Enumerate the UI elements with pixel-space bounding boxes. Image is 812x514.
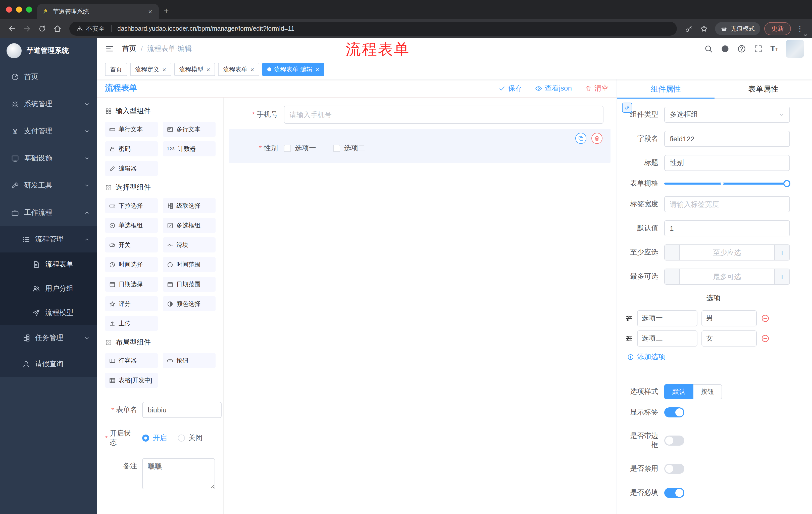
save-button[interactable]: 保存 <box>499 84 522 93</box>
tab-form-props[interactable]: 表单属性 <box>715 79 812 98</box>
clear-button[interactable]: 清空 <box>585 84 609 93</box>
palette-item-editor[interactable]: 编辑器 <box>105 161 158 176</box>
option-style-button-button[interactable]: 按钮 <box>693 384 722 399</box>
delete-field-button[interactable] <box>591 133 603 144</box>
sidebar-item-infrastructure[interactable]: 基础设施 <box>0 145 97 172</box>
component-type-select[interactable]: 多选框组 <box>664 107 790 123</box>
palette-item-password[interactable]: 密码 <box>105 141 158 156</box>
help-icon[interactable] <box>737 44 746 53</box>
github-icon[interactable] <box>721 44 730 53</box>
slider-handle[interactable] <box>783 180 790 187</box>
gender-option2-checkbox[interactable]: 选项二 <box>333 144 365 153</box>
field-link-icon[interactable] <box>622 103 632 113</box>
palette-item-row-container[interactable]: 行容器 <box>105 353 158 368</box>
forward-button[interactable] <box>20 22 34 36</box>
reload-button[interactable] <box>35 22 49 36</box>
window-zoom-button[interactable] <box>26 6 32 12</box>
tab-component-props[interactable]: 组件属性 <box>617 79 715 98</box>
max-select-input[interactable] <box>680 269 774 284</box>
sidebar-item-leave-query[interactable]: 请假查询 <box>0 351 97 377</box>
remove-option-icon[interactable] <box>761 334 770 343</box>
window-close-button[interactable] <box>6 6 12 12</box>
palette-item-time-picker[interactable]: 时间选择 <box>105 257 158 272</box>
option-style-default-button[interactable]: 默认 <box>664 384 693 399</box>
palette-item-single-text[interactable]: 单行文本 <box>105 122 158 137</box>
decrease-button[interactable]: − <box>665 269 680 284</box>
window-minimize-button[interactable] <box>16 6 22 12</box>
tag-close-icon[interactable]: × <box>162 66 166 73</box>
tag-process-definition[interactable]: 流程定义 × <box>130 63 171 76</box>
view-json-button[interactable]: 查看json <box>535 84 572 93</box>
palette-item-cascader[interactable]: 级联选择 <box>163 198 215 213</box>
sidebar-item-dev-tools[interactable]: 研发工具 <box>0 172 97 199</box>
toolbar-caret-icon[interactable] <box>803 31 809 40</box>
search-icon[interactable] <box>704 44 713 53</box>
remove-option-icon[interactable] <box>761 314 770 323</box>
canvas-field-gender-selected[interactable]: *性别 选项一 选项二 <box>229 129 610 163</box>
form-grid-slider[interactable] <box>664 183 787 185</box>
sidebar-item-workflow[interactable]: 工作流程 <box>0 199 97 226</box>
password-key-icon[interactable] <box>682 22 696 36</box>
palette-item-counter[interactable]: 123 计数器 <box>163 141 215 156</box>
palette-item-date-picker[interactable]: 日期选择 <box>105 277 158 292</box>
decrease-button[interactable]: − <box>665 245 680 260</box>
increase-button[interactable]: + <box>774 245 789 260</box>
gender-option1-checkbox[interactable]: 选项一 <box>284 144 316 153</box>
sidebar-item-task-management[interactable]: 任务管理 <box>0 325 97 351</box>
add-option-button[interactable]: 添加选项 <box>627 353 665 361</box>
fullscreen-icon[interactable] <box>754 44 763 53</box>
remark-textarea[interactable]: 嘿嘿 <box>142 458 215 489</box>
sidebar-item-process-model[interactable]: 流程模型 <box>0 301 97 325</box>
sidebar-item-system-management[interactable]: 系统管理 <box>0 90 97 118</box>
tag-process-form[interactable]: 流程表单 × <box>218 63 259 76</box>
tag-process-model[interactable]: 流程模型 × <box>174 63 215 76</box>
bookmark-star-icon[interactable] <box>697 22 711 36</box>
palette-item-multi-text[interactable]: 多行文本 <box>163 122 215 137</box>
increase-button[interactable]: + <box>774 269 789 284</box>
palette-item-color-picker[interactable]: 颜色选择 <box>163 296 215 311</box>
palette-item-select[interactable]: 下拉选择 <box>105 198 158 213</box>
sidebar-item-process-form[interactable]: 流程表单 <box>0 252 97 277</box>
palette-item-rate[interactable]: 评分 <box>105 296 158 311</box>
font-size-icon[interactable]: TT <box>770 45 778 53</box>
tab-close-icon[interactable]: × <box>146 7 154 16</box>
label-width-input[interactable] <box>664 196 790 212</box>
update-button[interactable]: 更新 <box>764 22 791 35</box>
canvas-field-phone[interactable]: *手机号 <box>229 105 610 125</box>
option-label-input[interactable] <box>637 330 697 347</box>
form-name-input[interactable] <box>142 402 222 418</box>
phone-input[interactable] <box>284 106 604 124</box>
collapse-sidebar-icon[interactable] <box>105 44 114 53</box>
show-label-switch[interactable] <box>664 407 685 417</box>
palette-item-time-range[interactable]: 时间范围 <box>163 257 215 272</box>
browser-tab[interactable]: 芋道管理系统 × <box>37 4 159 19</box>
browser-home-button[interactable] <box>50 22 64 36</box>
option-label-input[interactable] <box>637 310 697 326</box>
option-value-input[interactable] <box>701 310 757 326</box>
tag-process-form-edit[interactable]: 流程表单-编辑 × <box>262 63 324 76</box>
palette-item-slider[interactable]: 滑块 <box>163 237 215 252</box>
border-switch[interactable] <box>664 436 685 445</box>
app-logo[interactable]: 芋道管理系统 <box>0 38 97 63</box>
address-bar[interactable]: 不安全 dashboard.yudao.iocoder.cn/bpm/manag… <box>69 22 677 36</box>
new-tab-button[interactable]: + <box>164 6 169 16</box>
tag-close-icon[interactable]: × <box>250 66 254 73</box>
status-on-radio[interactable]: 开启 <box>142 434 167 442</box>
palette-item-table[interactable]: 表格[开发中] <box>105 373 158 388</box>
disabled-switch[interactable] <box>664 464 685 474</box>
status-off-radio[interactable]: 关闭 <box>178 434 203 442</box>
option-drag-icon[interactable] <box>625 334 633 343</box>
tag-close-icon[interactable]: × <box>206 66 210 73</box>
user-avatar[interactable] <box>786 39 804 58</box>
sidebar-item-process-management[interactable]: 流程管理 <box>0 226 97 252</box>
form-canvas[interactable]: *手机号 *性别 选项 <box>224 98 616 514</box>
palette-item-radio-group[interactable]: 单选框组 <box>105 218 158 233</box>
default-value-input[interactable] <box>664 220 790 236</box>
palette-item-checkbox-group[interactable]: 多选框组 <box>163 218 215 233</box>
back-button[interactable] <box>5 22 19 36</box>
field-name-input[interactable] <box>664 131 790 147</box>
sidebar-item-user-group[interactable]: 用户分组 <box>0 277 97 301</box>
sidebar-item-payment-management[interactable]: ¥ 支付管理 <box>0 118 97 145</box>
option-value-input[interactable] <box>701 330 757 347</box>
sidebar-item-home[interactable]: 首页 <box>0 63 97 90</box>
